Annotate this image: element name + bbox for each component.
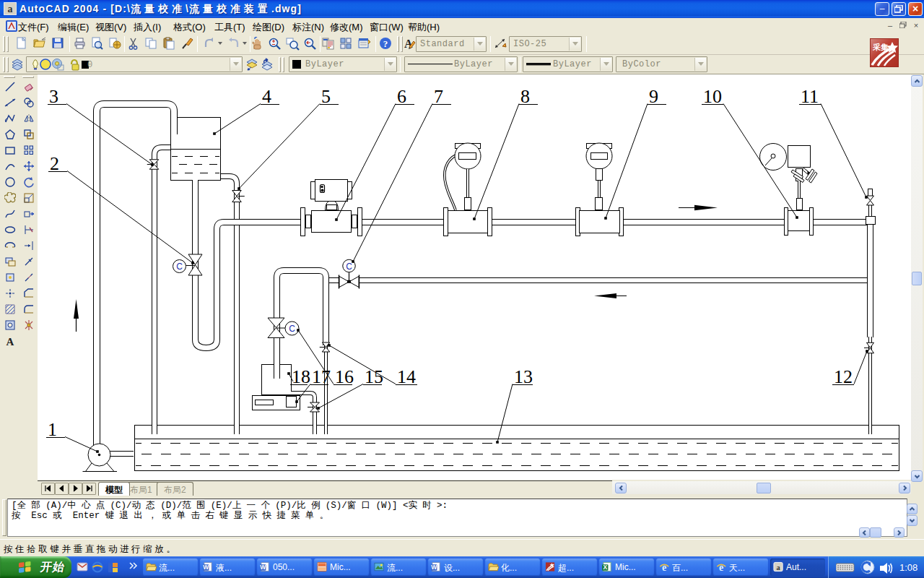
- svg-text:2: 2: [50, 153, 59, 174]
- svg-text:6: 6: [397, 86, 406, 107]
- svg-text:13: 13: [514, 366, 533, 387]
- svg-text:10: 10: [703, 86, 722, 107]
- svg-text:C: C: [176, 262, 183, 272]
- svg-text:14: 14: [397, 366, 416, 387]
- svg-text:C: C: [289, 324, 295, 334]
- svg-text:17: 17: [312, 366, 331, 387]
- svg-text:W: W: [203, 564, 209, 571]
- svg-text:15: 15: [365, 366, 383, 387]
- svg-text:采集: 采集: [872, 43, 889, 51]
- svg-text:a: a: [8, 4, 13, 14]
- svg-text:5: 5: [321, 86, 331, 107]
- svg-text:18: 18: [292, 366, 310, 387]
- svg-text:e: e: [662, 561, 666, 572]
- svg-text:16: 16: [335, 366, 354, 387]
- svg-text:4: 4: [262, 86, 271, 107]
- svg-text:3: 3: [49, 86, 58, 107]
- svg-text:8: 8: [520, 86, 530, 107]
- svg-text:a: a: [776, 564, 780, 571]
- svg-text:X: X: [603, 564, 607, 571]
- svg-text:W: W: [260, 564, 266, 571]
- svg-text:12: 12: [834, 366, 853, 387]
- svg-text:A: A: [6, 336, 14, 347]
- svg-text:?: ?: [383, 38, 388, 49]
- svg-text:11: 11: [801, 86, 819, 107]
- svg-text:1: 1: [48, 419, 57, 440]
- svg-text:C: C: [346, 262, 352, 272]
- svg-text:W: W: [431, 564, 437, 571]
- svg-text:7: 7: [434, 86, 443, 107]
- svg-text:9: 9: [649, 86, 658, 107]
- svg-text:e: e: [719, 561, 723, 572]
